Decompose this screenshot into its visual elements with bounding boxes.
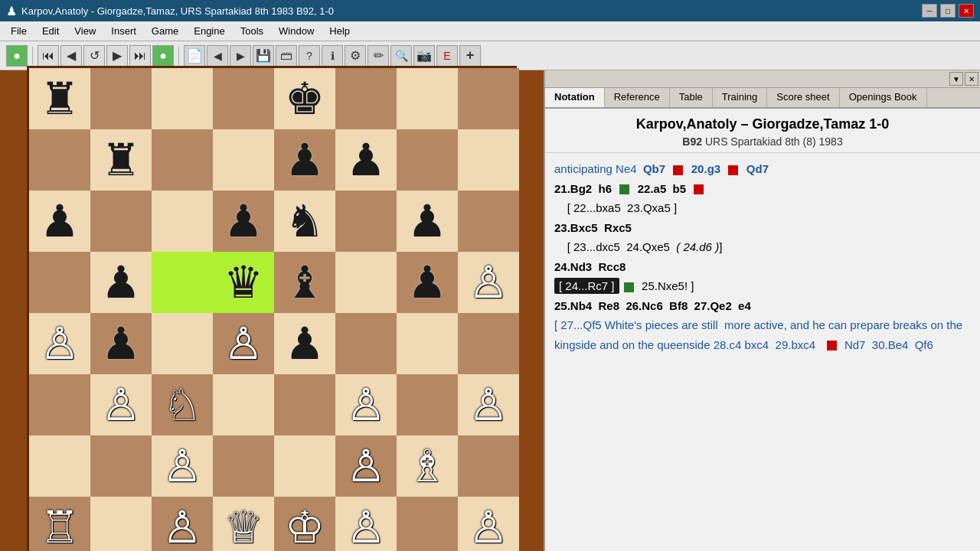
next-move-button[interactable]: ▶: [106, 45, 128, 67]
square-a3[interactable]: [29, 374, 90, 435]
square-c2[interactable]: ♙: [152, 435, 213, 497]
square-e5[interactable]: ♝: [274, 252, 335, 313]
square-d7[interactable]: [213, 129, 274, 191]
menu-item-insert[interactable]: Insert: [103, 24, 144, 38]
notation-content[interactable]: anticipating Ne4 Qb7 20.g3 Qd7 21.Bg2 h6…: [545, 153, 980, 551]
square-h5[interactable]: ♙: [458, 252, 519, 313]
menu-item-help[interactable]: Help: [322, 24, 358, 38]
square-c1[interactable]: ♙: [152, 497, 213, 551]
square-d8[interactable]: [213, 68, 274, 129]
square-e3[interactable]: [274, 374, 335, 435]
square-h7[interactable]: [458, 129, 519, 191]
help-button[interactable]: ?: [299, 45, 320, 67]
back-button[interactable]: ◀: [207, 45, 228, 67]
square-g7[interactable]: [397, 129, 458, 191]
tab-table[interactable]: Table: [670, 88, 713, 107]
square-b7[interactable]: ♜: [90, 129, 152, 191]
menu-item-game[interactable]: Game: [144, 24, 186, 38]
camera-button[interactable]: 📷: [413, 45, 435, 67]
square-c3[interactable]: ♘: [152, 374, 213, 435]
square-b4[interactable]: ♟: [90, 313, 152, 374]
square-b1[interactable]: [90, 497, 152, 551]
options-button[interactable]: ⚙: [345, 45, 366, 67]
square-c4[interactable]: [152, 313, 213, 374]
square-g5[interactable]: ♟: [397, 252, 458, 313]
square-h8[interactable]: [458, 68, 519, 129]
maximize-button[interactable]: □: [940, 4, 956, 18]
minimize-button[interactable]: ─: [922, 4, 937, 18]
square-g4[interactable]: [397, 313, 458, 374]
square-a4[interactable]: ♙: [29, 313, 90, 374]
square-e2[interactable]: [274, 435, 335, 497]
square-g2[interactable]: ♗: [397, 435, 458, 497]
square-h3[interactable]: ♙: [458, 374, 519, 435]
square-g1[interactable]: [397, 497, 458, 551]
square-f5[interactable]: [335, 252, 397, 313]
square-d1[interactable]: ♕: [213, 497, 274, 551]
square-f1[interactable]: ♙: [335, 497, 397, 551]
square-h4[interactable]: [458, 313, 519, 374]
square-d2[interactable]: [213, 435, 274, 497]
square-f3[interactable]: ♙: [335, 374, 397, 435]
square-f7[interactable]: ♟: [335, 129, 397, 191]
square-c5[interactable]: [152, 252, 213, 313]
autoplay-button[interactable]: ●: [152, 45, 174, 67]
square-d3[interactable]: [213, 374, 274, 435]
square-b3[interactable]: ♙: [90, 374, 152, 435]
square-d4[interactable]: ♙: [213, 313, 274, 374]
square-e6[interactable]: ♞: [274, 191, 335, 252]
tab-notation[interactable]: Notation: [545, 88, 605, 107]
menu-item-engine[interactable]: Engine: [186, 24, 232, 38]
square-b6[interactable]: [90, 191, 152, 252]
panel-scroll-button[interactable]: ▼: [949, 72, 963, 86]
menu-item-view[interactable]: View: [67, 24, 103, 38]
square-e4[interactable]: ♟: [274, 313, 335, 374]
square-h1[interactable]: ♙: [458, 497, 519, 551]
panel-close-button[interactable]: ✕: [965, 72, 978, 86]
square-f6[interactable]: [335, 191, 397, 252]
info-button[interactable]: ℹ: [322, 45, 343, 67]
square-h2[interactable]: [458, 435, 519, 497]
square-f8[interactable]: [335, 68, 397, 129]
menu-item-tools[interactable]: Tools: [233, 24, 271, 38]
engine-button[interactable]: E: [436, 45, 458, 67]
save-all-button[interactable]: 🗃: [276, 45, 297, 67]
menu-item-window[interactable]: Window: [271, 24, 322, 38]
square-a8[interactable]: ♜: [29, 68, 90, 129]
chessboard[interactable]: ♜♚♜♟♟♟♟♞♟♟♛♝♟♙♙♟♙♟♙♘♙♙♙♙♗♖♙♕♔♙♙: [27, 66, 517, 551]
first-move-button[interactable]: ⏮: [38, 45, 59, 67]
square-a6[interactable]: ♟: [29, 191, 90, 252]
square-g6[interactable]: ♟: [397, 191, 458, 252]
tab-score-sheet[interactable]: Score sheet: [767, 88, 839, 107]
tab-openings-book[interactable]: Openings Book: [840, 88, 927, 107]
square-a5[interactable]: [29, 252, 90, 313]
square-b8[interactable]: [90, 68, 152, 129]
new-game-button[interactable]: 📄: [184, 45, 205, 67]
menu-item-file[interactable]: File: [3, 24, 34, 38]
square-d6[interactable]: ♟: [213, 191, 274, 252]
flip-button[interactable]: ↺: [83, 45, 105, 67]
square-f2[interactable]: ♙: [335, 435, 397, 497]
analyze-button[interactable]: 🔍: [390, 45, 412, 67]
prev-move-button[interactable]: ◀: [60, 45, 82, 67]
tab-training[interactable]: Training: [713, 88, 767, 107]
save-button[interactable]: 💾: [253, 45, 274, 67]
square-h6[interactable]: [458, 191, 519, 252]
square-g3[interactable]: [397, 374, 458, 435]
square-a1[interactable]: ♖: [29, 497, 90, 551]
square-e7[interactable]: ♟: [274, 129, 335, 191]
close-button[interactable]: ✕: [959, 4, 974, 18]
square-d5[interactable]: ♛: [213, 252, 274, 313]
square-a7[interactable]: [29, 129, 90, 191]
square-b5[interactable]: ♟: [90, 252, 152, 313]
square-b2[interactable]: [90, 435, 152, 497]
square-f4[interactable]: [335, 313, 397, 374]
last-move-button[interactable]: ⏭: [129, 45, 151, 67]
square-e8[interactable]: ♚: [274, 68, 335, 129]
plus-button[interactable]: +: [459, 45, 481, 67]
square-c8[interactable]: [152, 68, 213, 129]
square-g8[interactable]: [397, 68, 458, 129]
square-c7[interactable]: [152, 129, 213, 191]
forward-button[interactable]: ▶: [230, 45, 251, 67]
square-a2[interactable]: [29, 435, 90, 497]
